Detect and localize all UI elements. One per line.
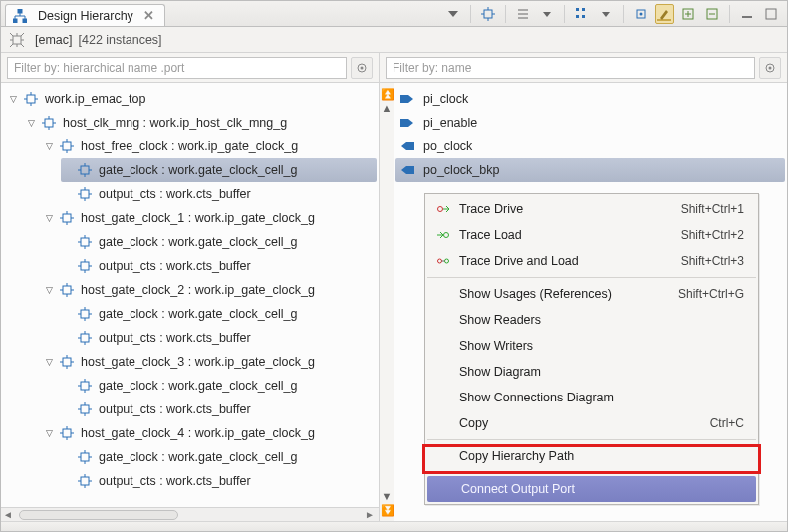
menu-separator xyxy=(427,439,756,440)
menu-label: Copy Hierarchy Path xyxy=(459,449,744,463)
tree-row[interactable]: gate_clock : work.gate_clock_cell_g xyxy=(61,302,377,326)
pane-divider[interactable]: ⏫ ▲ ▼ ⏬ xyxy=(380,83,394,521)
menu-trace-drive[interactable]: Trace Drive Shift+Ctrl+1 xyxy=(425,196,758,222)
tree-row[interactable]: output_cts : work.cts_buffer xyxy=(61,326,377,350)
collapse-icon[interactable] xyxy=(702,4,722,24)
menu-separator xyxy=(427,472,756,473)
expand-toggle[interactable]: ▽ xyxy=(25,117,37,129)
list-icon[interactable] xyxy=(513,4,533,24)
menu-label: Trace Drive xyxy=(459,202,673,216)
scroll-bottom-icon[interactable]: ⏬ xyxy=(381,503,393,517)
tree-row[interactable]: ▽ host_gate_clock_3 : work.ip_gate_clock… xyxy=(43,350,377,374)
scroll-top-icon[interactable]: ⏫ xyxy=(381,87,393,101)
menu-show-readers[interactable]: Show Readers xyxy=(425,307,758,333)
menu-show-writers[interactable]: Show Writers xyxy=(425,333,758,359)
svg-rect-36 xyxy=(63,358,71,366)
expand-toggle[interactable]: ▽ xyxy=(43,140,55,152)
expand-toggle[interactable]: ▽ xyxy=(7,93,19,105)
tree-row-selected[interactable]: gate_clock : work.gate_clock_cell_g xyxy=(61,158,377,182)
tree-row[interactable]: output_cts : work.cts_buffer xyxy=(61,398,377,421)
port-row[interactable]: pi_clock xyxy=(395,87,785,111)
menu-copy[interactable]: Copy Ctrl+C xyxy=(425,410,758,436)
scrollbar-thumb[interactable] xyxy=(19,510,178,520)
tree-row[interactable]: output_cts : work.cts_buffer xyxy=(61,254,377,278)
menu-trace-load[interactable]: Trace Load Shift+Ctrl+2 xyxy=(425,222,758,248)
chip-icon xyxy=(77,234,93,250)
highlight-icon[interactable] xyxy=(655,4,674,24)
tree-row[interactable]: gate_clock : work.gate_clock_cell_g xyxy=(61,445,377,469)
tree-label: gate_clock : work.gate_clock_cell_g xyxy=(99,163,297,177)
tree-row[interactable]: ▽ host_clk_mng : work.ip_host_clk_mng_g xyxy=(25,111,377,134)
close-icon[interactable]: ✕ xyxy=(143,8,154,23)
chip-icon xyxy=(41,115,57,131)
chip-icon xyxy=(77,473,93,489)
tree-row[interactable]: ▽ host_gate_clock_2 : work.ip_gate_clock… xyxy=(43,278,377,302)
svg-rect-2 xyxy=(23,19,27,23)
svg-rect-29 xyxy=(81,190,89,198)
tree-label: host_gate_clock_2 : work.ip_gate_clock_g xyxy=(81,283,315,297)
tree-row[interactable]: output_cts : work.cts_buffer xyxy=(61,182,377,206)
tree-label: output_cts : work.cts_buffer xyxy=(99,474,251,488)
expand-toggle[interactable]: ▽ xyxy=(43,212,55,224)
crumb-count: [422 instances] xyxy=(79,33,162,47)
menu-show-usages[interactable]: Show Usages (References) Shift+Ctrl+G xyxy=(425,281,758,307)
chip-icon xyxy=(9,32,25,48)
filter-settings-icon[interactable] xyxy=(351,57,373,79)
port-row[interactable]: po_clock xyxy=(395,134,785,158)
tree-label: gate_clock : work.gate_clock_cell_g xyxy=(99,307,297,321)
svg-rect-39 xyxy=(63,429,71,437)
chip2-icon[interactable] xyxy=(631,4,651,24)
menu-show-diagram[interactable]: Show Diagram xyxy=(425,359,758,385)
toolbar-dropdown-1[interactable] xyxy=(443,4,463,24)
crumb-name[interactable]: [emac] xyxy=(35,33,73,47)
expand-toggle[interactable]: ▽ xyxy=(43,427,55,439)
filter-settings-icon[interactable] xyxy=(759,57,781,79)
svg-rect-19 xyxy=(766,9,776,19)
trace-drive-icon xyxy=(435,204,451,214)
tree-row[interactable]: ▽ host_gate_clock_4 : work.ip_gate_clock… xyxy=(43,421,377,445)
scroll-right-icon[interactable]: ► xyxy=(363,509,377,520)
tree-row[interactable]: ▽ work.ip_emac_top xyxy=(7,87,377,111)
scroll-down-icon[interactable]: ▼ xyxy=(381,489,393,503)
port-label: pi_enable xyxy=(423,116,477,130)
tree-row[interactable]: ▽ host_gate_clock_1 : work.ip_gate_clock… xyxy=(43,206,377,230)
tree-row[interactable]: gate_clock : work.gate_clock_cell_g xyxy=(61,374,377,398)
menu-label: Show Readers xyxy=(459,313,744,327)
expand-toggle[interactable]: ▽ xyxy=(43,356,55,368)
menu-label: Trace Drive and Load xyxy=(459,254,673,268)
filter-hierarchy-input[interactable] xyxy=(7,57,347,79)
tree-icon[interactable] xyxy=(572,4,592,24)
expand-icon[interactable] xyxy=(678,4,698,24)
horizontal-scrollbar[interactable]: ◄ ► xyxy=(1,507,379,521)
tab-design-hierarchy[interactable]: Design Hierarchy ✕ xyxy=(5,4,165,26)
menu-show-conn-diagram[interactable]: Show Connections Diagram xyxy=(425,385,758,410)
tree-row[interactable]: gate_clock : work.gate_clock_cell_g xyxy=(61,230,377,254)
toolbar-dropdown-3[interactable] xyxy=(596,4,616,24)
port-row[interactable]: pi_enable xyxy=(395,111,785,134)
maximize-icon[interactable] xyxy=(761,4,781,24)
menu-label: Copy xyxy=(459,416,702,430)
scroll-up-icon[interactable]: ▲ xyxy=(381,101,393,115)
hierarchy-icon xyxy=(12,8,28,24)
tree-row[interactable]: output_cts : work.cts_buffer xyxy=(61,469,377,493)
menu-trace-both[interactable]: Trace Drive and Load Shift+Ctrl+3 xyxy=(425,248,758,274)
minimize-icon[interactable] xyxy=(737,4,757,24)
menu-label: Show Connections Diagram xyxy=(459,391,744,404)
filter-name-input[interactable] xyxy=(386,57,755,79)
menu-accel: Shift+Ctrl+1 xyxy=(681,202,744,216)
port-row-selected[interactable]: po_clock_bkp xyxy=(395,158,785,182)
toolbar-dropdown-2[interactable] xyxy=(537,4,557,24)
tree-row[interactable]: ▽ host_free_clock : work.ip_gate_clock_g xyxy=(43,134,377,158)
chip-icon[interactable] xyxy=(478,4,498,24)
menu-connect-output-port[interactable]: Connect Output Port xyxy=(427,476,756,502)
svg-rect-28 xyxy=(81,166,89,174)
svg-rect-37 xyxy=(81,382,89,390)
trace-both-icon xyxy=(435,256,451,266)
scroll-left-icon[interactable]: ◄ xyxy=(1,509,15,520)
ports-list[interactable]: pi_clock pi_enable po_clock po_clock_bkp xyxy=(394,83,787,186)
menu-copy-path[interactable]: Copy Hierarchy Path xyxy=(425,443,758,469)
tab-label: Design Hierarchy xyxy=(38,9,133,23)
menu-accel: Shift+Ctrl+2 xyxy=(681,228,744,242)
hierarchy-tree[interactable]: ▽ work.ip_emac_top ▽ host_clk_mng : work… xyxy=(1,83,379,497)
expand-toggle[interactable]: ▽ xyxy=(43,284,55,296)
